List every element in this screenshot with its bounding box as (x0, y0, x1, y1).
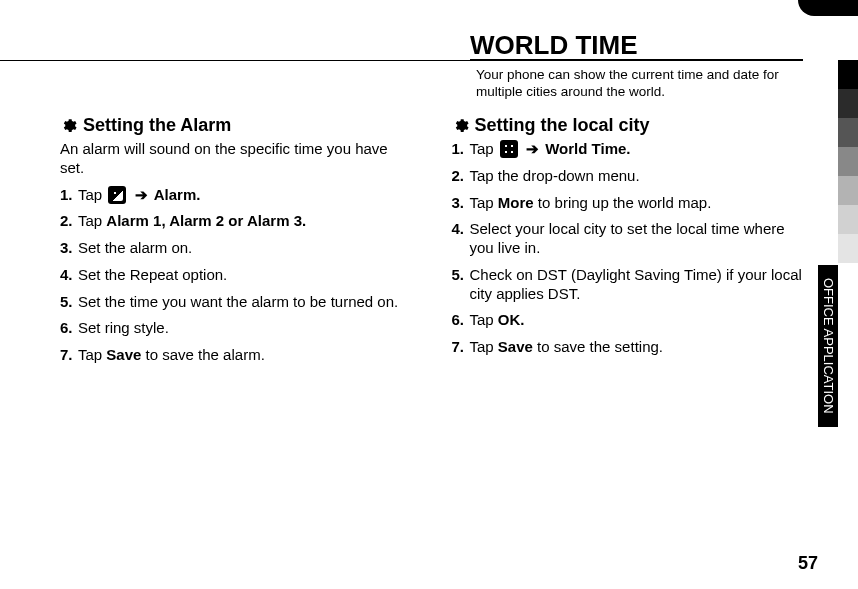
index-cell (838, 205, 858, 234)
step-number: 3. (452, 194, 465, 213)
step-text: Tap (470, 140, 494, 157)
page: WORLD TIME Your phone can show the curre… (0, 0, 858, 589)
step-text: Set the Repeat option. (78, 266, 227, 283)
step-number: 5. (60, 293, 73, 312)
side-index (838, 60, 858, 263)
side-chapter-tab: OFFICE APPLICATION (818, 265, 838, 427)
index-cell (838, 147, 858, 176)
step-bold: Save (106, 346, 141, 363)
step-item: 6. Tap OK. (452, 311, 804, 330)
step-number: 7. (452, 338, 465, 357)
index-cell (838, 118, 858, 147)
step-item: 4. Select your local city to set the loc… (452, 220, 804, 258)
world-time-underline (470, 59, 803, 61)
step-number: 4. (452, 220, 465, 239)
step-text: Tap (470, 338, 498, 355)
step-item: 5. Check on DST (Daylight Saving Time) i… (452, 266, 804, 304)
step-text: Tap (78, 186, 102, 203)
alarm-steps: 1. Tap ➔ Alarm. 2. Tap Alarm 1, Alarm 2 … (60, 186, 412, 365)
step-bold: OK. (498, 311, 525, 328)
menu-icon (500, 140, 518, 158)
step-text: Tap the drop-down menu. (470, 167, 640, 184)
step-number: 6. (452, 311, 465, 330)
step-number: 4. (60, 266, 73, 285)
step-item: 3. Tap More to bring up the world map. (452, 194, 804, 213)
setting-alarm-desc: An alarm will sound on the specific time… (60, 140, 412, 178)
setting-alarm-heading: Setting the Alarm (60, 115, 412, 136)
step-tail: to bring up the world map. (534, 194, 712, 211)
step-number: 1. (60, 186, 73, 205)
index-cell (838, 60, 858, 89)
step-number: 2. (60, 212, 73, 231)
step-text: Tap (470, 194, 498, 211)
menu-icon (108, 186, 126, 204)
step-text: Tap (78, 212, 106, 229)
step-item: 4. Set the Repeat option. (60, 266, 412, 285)
step-number: 5. (452, 266, 465, 285)
column-right: Setting the local city 1. Tap ➔ World Ti… (452, 115, 804, 373)
arrow-icon: ➔ (135, 186, 148, 203)
step-item: 2. Tap the drop-down menu. (452, 167, 804, 186)
step-number: 2. (452, 167, 465, 186)
step-bold: Alarm. (154, 186, 201, 203)
setting-alarm-title: Setting the Alarm (83, 115, 231, 136)
index-cell (838, 176, 858, 205)
notch-decoration (798, 0, 858, 16)
setting-local-city-heading: Setting the local city (452, 115, 804, 136)
step-number: 3. (60, 239, 73, 258)
step-text: Select your local city to set the local … (470, 220, 785, 256)
index-cell (838, 89, 858, 118)
step-text: Set the alarm on. (78, 239, 192, 256)
step-item: 3. Set the alarm on. (60, 239, 412, 258)
step-text: Tap (470, 311, 498, 328)
local-city-steps: 1. Tap ➔ World Time. 2. Tap the drop-dow… (452, 140, 804, 357)
world-time-heading: WORLD TIME (470, 30, 646, 61)
world-time-subtext: Your phone can show the current time and… (476, 67, 786, 101)
step-text: Set the time you want the alarm to be tu… (78, 293, 398, 310)
step-number: 1. (452, 140, 465, 159)
step-text: Check on DST (Daylight Saving Time) if y… (470, 266, 802, 302)
step-bold: Alarm 1, Alarm 2 or Alarm 3. (106, 212, 306, 229)
gear-icon (452, 117, 469, 134)
column-left: Setting the Alarm An alarm will sound on… (60, 115, 412, 373)
step-item: 5. Set the time you want the alarm to be… (60, 293, 412, 312)
step-tail: to save the setting. (533, 338, 663, 355)
content-columns: Setting the Alarm An alarm will sound on… (60, 115, 803, 373)
step-item: 2. Tap Alarm 1, Alarm 2 or Alarm 3. (60, 212, 412, 231)
step-text: Tap (78, 346, 106, 363)
step-number: 6. (60, 319, 73, 338)
step-item: 6. Set ring style. (60, 319, 412, 338)
gear-icon (60, 117, 77, 134)
step-bold: Save (498, 338, 533, 355)
step-item: 7. Tap Save to save the alarm. (60, 346, 412, 365)
step-bold: World Time. (545, 140, 630, 157)
step-bold: More (498, 194, 534, 211)
arrow-icon: ➔ (526, 140, 539, 157)
step-item: 7. Tap Save to save the setting. (452, 338, 804, 357)
step-item: 1. Tap ➔ Alarm. (60, 186, 412, 205)
step-number: 7. (60, 346, 73, 365)
step-tail: to save the alarm. (141, 346, 264, 363)
index-cell (838, 234, 858, 263)
page-number: 57 (798, 553, 818, 574)
step-text: Set ring style. (78, 319, 169, 336)
step-item: 1. Tap ➔ World Time. (452, 140, 804, 159)
setting-local-city-title: Setting the local city (475, 115, 650, 136)
